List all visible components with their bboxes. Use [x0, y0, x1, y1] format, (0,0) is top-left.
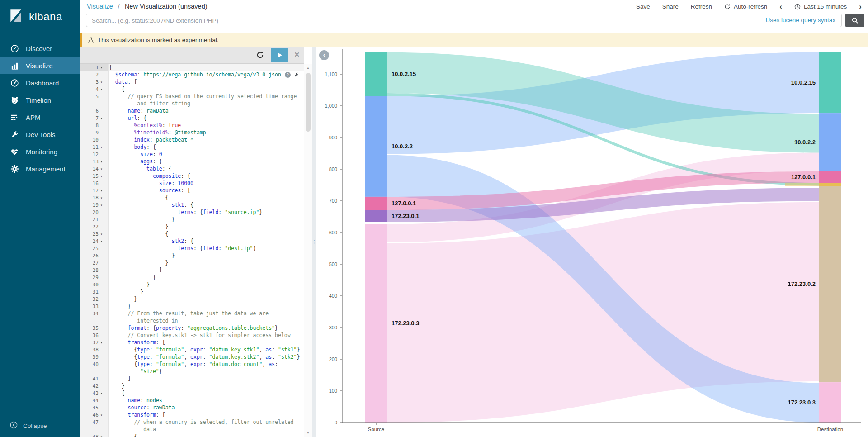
code-line[interactable]: // From the result, take just the data w…	[109, 310, 304, 317]
code-line[interactable]: size: 0	[109, 151, 304, 158]
gutter-line[interactable]: 30	[80, 281, 108, 288]
code-line[interactable]: {type: "formula", expr: "datum.key.stk1"…	[109, 346, 304, 353]
code-line[interactable]: $schema: https://vega.github.io/schema/v…	[109, 71, 304, 78]
gutter-line[interactable]: 22	[80, 223, 108, 230]
code-line[interactable]: stk1: {	[109, 201, 304, 209]
gutter-line[interactable]: 19▾	[80, 201, 108, 209]
gutter-line[interactable]: 34	[80, 310, 108, 317]
time-range-picker[interactable]: Last 15 minutes	[794, 3, 847, 10]
gutter-line[interactable]: 37▾	[80, 339, 108, 346]
share-button[interactable]: Share	[662, 3, 679, 10]
scrollbar-thumb[interactable]	[306, 73, 311, 132]
sidebar-item-dashboard[interactable]: Dashboard	[0, 74, 80, 91]
code-line[interactable]: table: {	[109, 165, 304, 172]
gutter-line[interactable]: 14▾	[80, 165, 108, 172]
editor-run-button[interactable]	[271, 48, 288, 62]
gutter-line[interactable]	[80, 426, 108, 433]
gutter-line[interactable]: 6	[80, 107, 108, 114]
code-line[interactable]: {type: "formula", expr: "datum.key.stk2"…	[109, 353, 304, 361]
sankey-dest-node-172.23.0.3[interactable]	[819, 382, 841, 423]
gutter-line[interactable]: 13▾	[80, 158, 108, 165]
editor-code-area[interactable]: { $schema: https://vega.github.io/schema…	[109, 64, 304, 437]
code-line[interactable]: index: packetbeat-*	[109, 136, 304, 143]
gutter-line[interactable]: 5	[80, 93, 108, 100]
search-button[interactable]	[845, 14, 864, 27]
gutter-line[interactable]: 39	[80, 353, 108, 361]
gutter-line[interactable]: 36	[80, 332, 108, 339]
editor-scrollbar[interactable]: ▲ ▼	[304, 64, 312, 437]
code-line[interactable]: %context%: true	[109, 122, 304, 129]
gutter-line[interactable]: 17▾	[80, 187, 108, 194]
code-line[interactable]: ]	[109, 375, 304, 382]
code-line[interactable]: transform: [	[109, 411, 304, 418]
code-line[interactable]: }	[109, 295, 304, 303]
gutter-line[interactable]: 10	[80, 136, 108, 143]
sankey-dest-node-127.0.0.1[interactable]	[819, 171, 841, 183]
code-line[interactable]: and filter string	[109, 100, 304, 107]
panel-resizer-handle[interactable]: ⋮	[312, 47, 316, 437]
code-line[interactable]: {	[109, 433, 304, 437]
code-line[interactable]: size: 10000	[109, 180, 304, 187]
code-line[interactable]: %timefield%: @timestamp	[109, 129, 304, 136]
sankey-dest-node-small[interactable]	[819, 183, 841, 186]
gutter-line[interactable]: 41	[80, 375, 108, 382]
gutter-line[interactable]: 3▾	[80, 78, 108, 86]
gutter-line[interactable]: 31	[80, 288, 108, 295]
gutter-line[interactable]: 23▾	[80, 230, 108, 238]
gutter-line[interactable]: 9	[80, 129, 108, 136]
code-line[interactable]: data	[109, 426, 304, 433]
time-back-button[interactable]: ‹	[779, 3, 782, 10]
gutter-line[interactable]: 29	[80, 274, 108, 281]
editor-close-button[interactable]: ✕	[294, 51, 300, 59]
sidebar-item-apm[interactable]: APM	[0, 109, 80, 126]
breadcrumb-section-link[interactable]: Visualize	[87, 3, 113, 10]
gutter-line[interactable]: 48▾	[80, 433, 108, 437]
time-forward-button[interactable]: ›	[859, 3, 862, 10]
gutter-line[interactable]: 33	[80, 303, 108, 310]
lucene-syntax-link[interactable]: Uses lucene query syntax	[765, 17, 835, 24]
code-line[interactable]: data: [	[109, 78, 304, 86]
collapse-editor-button[interactable]: ‹	[319, 50, 329, 60]
code-line[interactable]: terms: {field: "dest.ip"}	[109, 245, 304, 252]
code-line[interactable]: name: nodes	[109, 397, 304, 404]
code-line[interactable]: name: rawData	[109, 107, 304, 114]
gutter-line[interactable]: 35	[80, 324, 108, 332]
gutter-line[interactable]: 18▾	[80, 194, 108, 201]
refresh-button[interactable]: Refresh	[691, 3, 712, 10]
spec-wrench-icon[interactable]	[293, 72, 299, 78]
code-line[interactable]: // query ES based on the currently selec…	[109, 93, 304, 100]
search-input[interactable]	[86, 14, 842, 27]
gutter-line[interactable]: 32	[80, 295, 108, 303]
gutter-line[interactable]: 8	[80, 122, 108, 129]
gutter-line[interactable]	[80, 100, 108, 107]
scroll-down-icon[interactable]: ▼	[304, 429, 312, 436]
code-line[interactable]: }	[109, 216, 304, 223]
gutter-line[interactable]: 7▾	[80, 114, 108, 122]
code-line[interactable]: }	[109, 303, 304, 310]
code-line[interactable]: // Convert key.stk1 -> stk1 for simpler …	[109, 332, 304, 339]
kibana-logo[interactable]: kibana	[0, 0, 80, 33]
sidebar-item-timelion[interactable]: Timelion	[0, 91, 80, 109]
gutter-line[interactable]	[80, 368, 108, 375]
code-line[interactable]: terms: {field: "source.ip"}	[109, 209, 304, 216]
gutter-line[interactable]: 27	[80, 259, 108, 266]
gutter-line[interactable]: 26	[80, 252, 108, 259]
sankey-source-node-127.0.0.1[interactable]	[365, 197, 387, 210]
sankey-source-node-10.0.2.2[interactable]	[365, 96, 387, 197]
schema-help-icon[interactable]: ?	[285, 72, 291, 78]
code-line[interactable]: }	[109, 223, 304, 230]
code-line[interactable]: ]	[109, 266, 304, 274]
code-line[interactable]: url: {	[109, 114, 304, 122]
gutter-line[interactable]: 28	[80, 266, 108, 274]
code-line[interactable]: }	[109, 281, 304, 288]
gutter-line[interactable]: 38	[80, 346, 108, 353]
code-line[interactable]: sources: [	[109, 187, 304, 194]
gutter-line[interactable]: 45	[80, 404, 108, 411]
gutter-line[interactable]: 20	[80, 209, 108, 216]
gutter-line[interactable]: 4▾	[80, 86, 108, 93]
code-line[interactable]: stk2: {	[109, 238, 304, 245]
code-line[interactable]: body: {	[109, 143, 304, 151]
sidebar-item-dev-tools[interactable]: Dev Tools	[0, 126, 80, 143]
sankey-source-node-172.23.0.1[interactable]	[365, 210, 387, 222]
code-line[interactable]: }	[109, 288, 304, 295]
